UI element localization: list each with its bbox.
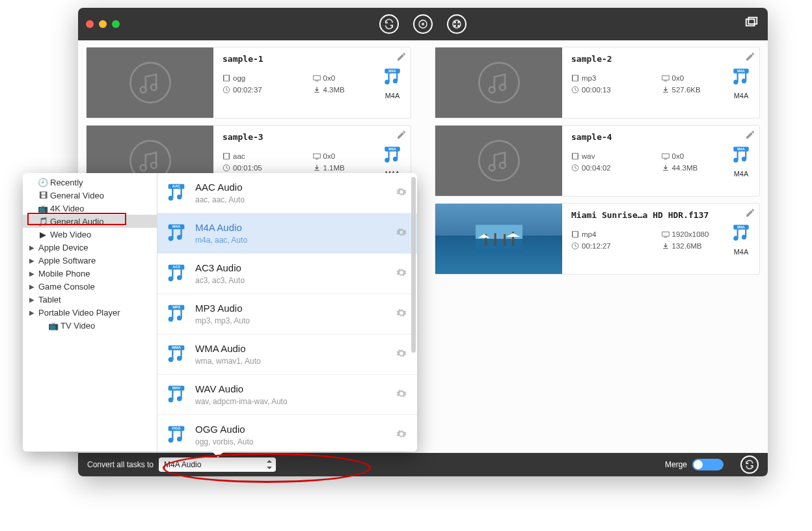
format-row[interactable]: AC3 AC3 Audio ac3, ac3, Auto — [157, 254, 417, 294]
start-convert-button[interactable] — [740, 456, 759, 474]
svg-point-4 — [458, 21, 459, 23]
format-detail: mp3, mp3, Auto — [195, 316, 250, 325]
svg-point-18 — [393, 157, 398, 161]
category-item[interactable]: ▶Game Console — [23, 280, 157, 293]
format-row[interactable]: OGG OGG Audio ogg, vorbis, Auto — [157, 415, 417, 452]
format-popover: 🕘Recently🎞General Video📺4K Video🎵General… — [23, 173, 417, 452]
svg-point-33 — [733, 236, 738, 241]
svg-point-45 — [169, 276, 174, 281]
format-name: WMA Audio — [195, 343, 261, 354]
svg-point-34 — [742, 235, 746, 239]
task-meta: wav 0x0 00:04:02 44.3MB — [571, 152, 751, 172]
task-meta: mp4 1920x1080 00:12:27 132.6MB — [571, 230, 751, 250]
task-card[interactable]: Miami Sunrise…a HD HDR.f137 mp4 1920x108… — [435, 203, 760, 275]
edit-icon[interactable] — [745, 208, 755, 221]
format-row[interactable]: WMA WMA Audio wma, wmav1, Auto — [157, 334, 417, 375]
gear-icon[interactable] — [396, 187, 407, 200]
queue-icon[interactable] — [744, 16, 759, 33]
gear-icon[interactable] — [396, 227, 407, 240]
tv-icon: 📺 — [49, 321, 58, 330]
video-icon: 🎞 — [38, 191, 47, 200]
svg-text:MP3: MP3 — [172, 305, 180, 309]
target-format-badge[interactable]: M4A M4A — [729, 222, 753, 256]
task-title: Miami Sunrise…a HD HDR.f137 — [571, 210, 751, 220]
task-card[interactable]: sample-1 ogg 0x0 00:02:37 4.3MB M4A M4A — [86, 47, 411, 118]
category-item[interactable]: ▶Apple Device — [23, 241, 157, 254]
task-card[interactable]: sample-2 mp3 0x0 00:00:13 527.6KB M4A M4… — [435, 47, 760, 118]
edit-icon[interactable] — [396, 51, 407, 64]
minimize-button[interactable] — [99, 20, 107, 28]
category-label: TV Video — [61, 321, 95, 331]
edit-icon[interactable] — [396, 129, 407, 143]
svg-point-22 — [742, 157, 746, 161]
gear-icon[interactable] — [396, 388, 407, 402]
category-item[interactable]: 📺4K Video — [23, 202, 157, 215]
category-item[interactable]: 🎞General Video — [23, 189, 157, 202]
svg-text:WMA: WMA — [172, 346, 181, 349]
format-row[interactable]: AAC AAC Audio aac, aac, Auto — [157, 173, 417, 213]
svg-point-1 — [422, 23, 424, 25]
convert-tab-icon[interactable] — [379, 14, 399, 34]
merge-toggle[interactable] — [692, 459, 724, 470]
svg-text:M4A: M4A — [388, 69, 396, 73]
task-title: sample-1 — [223, 54, 403, 64]
format-name: OGG Audio — [195, 424, 253, 435]
disc-tab-icon[interactable] — [413, 14, 433, 34]
svg-point-41 — [169, 236, 174, 241]
svg-text:M4A: M4A — [737, 69, 744, 73]
audio-icon: 🎵 — [38, 217, 47, 226]
category-label: General Audio — [50, 217, 103, 226]
category-item[interactable]: 📺TV Video — [23, 319, 157, 332]
svg-text:AC3: AC3 — [172, 265, 180, 269]
task-title: sample-3 — [223, 132, 403, 142]
format-icon: M4A — [164, 221, 189, 246]
target-format-badge[interactable]: M4A M4A — [729, 144, 753, 178]
format-icon: AC3 — [164, 262, 189, 286]
gear-icon[interactable] — [396, 308, 407, 321]
thumbnail — [435, 126, 562, 196]
gear-icon[interactable] — [396, 429, 407, 442]
svg-text:WAV: WAV — [172, 386, 181, 390]
media-tab-icon[interactable] — [447, 14, 467, 34]
output-format-dropdown[interactable]: M4A Audio — [159, 457, 276, 472]
svg-text:M4A: M4A — [737, 147, 744, 151]
category-item[interactable]: ▶Portable Video Player — [23, 306, 157, 319]
gear-icon[interactable] — [396, 267, 407, 280]
format-icon: WAV — [164, 383, 189, 407]
4k-icon: 📺 — [38, 204, 47, 213]
category-item[interactable]: ▶Mobile Phone — [23, 267, 157, 280]
category-label: Mobile Phone — [38, 269, 90, 279]
svg-text:OGG: OGG — [172, 426, 181, 430]
format-list[interactable]: AAC AAC Audio aac, aac, Auto M4A M4A Aud… — [157, 173, 417, 452]
category-item[interactable]: 🎵General Audio — [23, 215, 157, 228]
target-format-badge[interactable]: M4A M4A — [381, 66, 404, 100]
mode-tabs — [379, 14, 467, 34]
close-button[interactable] — [86, 20, 94, 28]
svg-point-50 — [177, 315, 182, 320]
task-title: sample-4 — [571, 132, 751, 142]
scrollbar[interactable] — [411, 177, 416, 353]
format-row[interactable]: M4A M4A Audio m4a, aac, Auto — [157, 213, 417, 254]
format-row[interactable]: WAV WAV Audio wav, adpcm-ima-wav, Auto — [157, 375, 417, 415]
svg-text:M4A: M4A — [172, 225, 180, 228]
svg-point-3 — [454, 21, 455, 23]
maximize-button[interactable] — [112, 20, 120, 28]
target-format-badge[interactable]: M4A M4A — [729, 66, 753, 100]
category-label: Portable Video Player — [38, 308, 120, 318]
format-row[interactable]: MP3 MP3 Audio mp3, mp3, Auto — [157, 294, 417, 334]
edit-icon[interactable] — [745, 51, 755, 64]
format-name: AAC Audio — [195, 182, 245, 193]
format-category-list[interactable]: 🕘Recently🎞General Video📺4K Video🎵General… — [23, 173, 157, 452]
category-item[interactable]: ▶Web Video — [23, 228, 157, 241]
category-label: Game Console — [38, 282, 95, 292]
task-card[interactable]: sample-4 wav 0x0 00:04:02 44.3MB M4A M4A — [435, 125, 760, 197]
youtube-icon: ▶ — [38, 230, 47, 239]
gear-icon[interactable] — [396, 348, 407, 361]
category-item[interactable]: ▶Apple Software — [23, 254, 157, 267]
format-icon: WMA — [164, 342, 189, 367]
category-item[interactable]: 🕘Recently — [23, 176, 157, 189]
category-item[interactable]: ▶Tablet — [23, 293, 157, 306]
edit-icon[interactable] — [745, 129, 755, 143]
bottom-bar: Convert all tasks to M4A Audio Merge — [78, 453, 768, 476]
format-name: AC3 Audio — [195, 262, 245, 273]
